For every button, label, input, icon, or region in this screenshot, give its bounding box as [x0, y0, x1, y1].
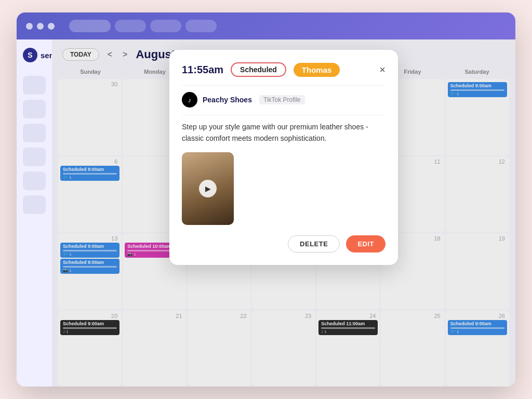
modal-body-text: Step up your style game with our premium… [182, 122, 385, 144]
tab-pill-active[interactable] [69, 20, 111, 32]
edit-button[interactable]: EDIT [346, 235, 385, 252]
tab-pill-4[interactable] [185, 20, 217, 32]
sidebar-item-5[interactable] [23, 171, 46, 190]
modal-header: 11:55am Scheduled Thomas × [182, 62, 385, 77]
modal-overlay[interactable]: 11:55am Scheduled Thomas × ♪ Peachy Shoe… [52, 39, 515, 387]
title-bar [17, 12, 515, 39]
modal-divider [182, 85, 385, 86]
main-content: TODAY < > August Sunday Monday Tuesday W… [52, 39, 515, 387]
browser-window: S sendible TODAY < > August Sunday [17, 12, 515, 387]
sidebar: S sendible [17, 39, 52, 387]
sidebar-item-6[interactable] [23, 195, 46, 214]
tab-pill-2[interactable] [115, 20, 146, 32]
modal-card: 11:55am Scheduled Thomas × ♪ Peachy Shoe… [169, 50, 398, 265]
traffic-light-2 [37, 23, 44, 30]
delete-button[interactable]: DELETE [288, 235, 340, 252]
modal-actions: DELETE EDIT [182, 235, 385, 252]
tab-pill-3[interactable] [150, 20, 181, 32]
modal-divider-2 [182, 115, 385, 115]
modal-time: 11:55am [182, 64, 223, 76]
modal-close-button[interactable]: × [379, 64, 385, 75]
modal-user-badge: Thomas [294, 63, 340, 77]
play-button[interactable]: ▶ [199, 180, 217, 197]
profile-type-badge: TikTok Profile [259, 95, 305, 104]
traffic-light-1 [26, 23, 33, 30]
logo-icon: S [23, 48, 37, 62]
sidebar-item-3[interactable] [23, 124, 46, 142]
traffic-light-3 [48, 23, 55, 30]
tiktok-icon: ♪ [182, 92, 197, 108]
sidebar-logo: S sendible [17, 48, 52, 71]
sidebar-item-4[interactable] [23, 148, 46, 166]
sidebar-item-1[interactable] [23, 76, 46, 95]
sidebar-item-2[interactable] [23, 100, 46, 118]
app-body: S sendible TODAY < > August Sunday [17, 39, 515, 387]
modal-profile-row: ♪ Peachy Shoes TikTok Profile [182, 92, 385, 108]
profile-name: Peachy Shoes [203, 96, 252, 104]
modal-video-thumbnail[interactable]: ▶ [182, 152, 234, 225]
modal-status-badge: Scheduled [231, 62, 286, 77]
